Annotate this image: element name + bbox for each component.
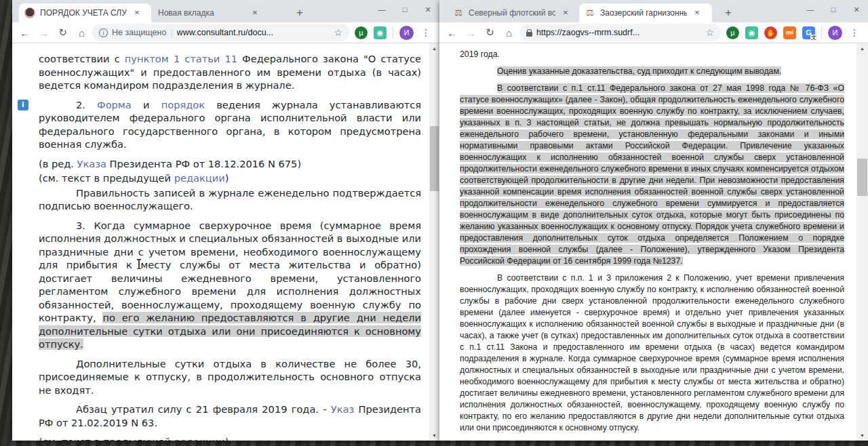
scroll-up-icon[interactable]: ▲ <box>429 43 439 54</box>
inline-link[interactable]: редакции <box>174 436 225 441</box>
scroll-down-icon[interactable]: ▼ <box>856 430 868 441</box>
browser-toolbar: ← → ↻ ⌂ i Не защищено | www.consultant.r… <box>12 22 439 43</box>
court-favicon: ⚖ <box>453 7 464 18</box>
document-content: соответствии с пунктом 1 статьи 11 Федер… <box>12 43 429 441</box>
mi-extension-icon[interactable]: mi <box>783 26 796 39</box>
paragraph: Оценив указанные доказательства, суд при… <box>460 66 844 77</box>
home-icon[interactable]: ⌂ <box>500 27 517 39</box>
text-segment: и <box>132 99 161 110</box>
inline-link[interactable]: Указ <box>331 403 354 415</box>
close-icon[interactable]: ✕ <box>416 2 439 17</box>
maximize-icon[interactable]: □ <box>822 2 845 17</box>
text-segment: 2019 года. <box>460 49 500 59</box>
paragraph: (см. текст в предыдущей редакции) <box>39 171 421 185</box>
tab-severny-flotsky[interactable]: ⚖ Северный флотский вое ✕ <box>448 3 578 22</box>
close-tab-icon[interactable]: ✕ <box>250 7 260 18</box>
back-icon[interactable]: ← <box>16 27 33 39</box>
address-bar[interactable]: i Не защищено | www.consultant.ru/docu..… <box>92 24 349 41</box>
minimize-icon[interactable]: — <box>370 2 393 17</box>
home-icon[interactable]: ⌂ <box>73 27 90 39</box>
back-icon[interactable]: ← <box>443 27 460 39</box>
paragraph: соответствии с пунктом 1 статьи 11 Федер… <box>39 52 421 92</box>
text-segment: (см. текст в предыдущей <box>39 436 174 441</box>
reload-icon[interactable]: ↻ <box>481 26 498 39</box>
webcam-extension-icon[interactable]: ◉ <box>374 26 387 39</box>
tab-zaozersky[interactable]: ⚖ Заозерский гарнизонны ✕ <box>579 3 712 22</box>
paragraph: 2019 года. <box>460 49 844 60</box>
scrollbar-thumb[interactable] <box>857 159 867 196</box>
utorrent-extension-icon[interactable]: µ <box>726 26 739 39</box>
info-icon[interactable]: i <box>99 28 108 37</box>
consultant-favicon <box>24 7 35 18</box>
text-segment: Дополнительные сутки отдыха в количестве… <box>39 358 421 396</box>
tab-title: Северный флотский вое <box>469 8 555 18</box>
utorrent-extension-icon[interactable]: µ <box>355 26 368 39</box>
text-segment: Президента РФ от 18.12.2016 N 675) <box>106 158 301 169</box>
text-segment: (см. текст в предыдущей <box>39 172 174 184</box>
url-text: www.consultant.ru/docu... <box>177 28 330 37</box>
text-cursor <box>138 259 140 269</box>
webcam-extension-icon[interactable]: ◉ <box>745 26 758 39</box>
forward-icon[interactable]: → <box>35 27 52 39</box>
close-icon[interactable]: ✕ <box>845 2 868 17</box>
url-separator: | <box>170 28 172 37</box>
adblock-hand-extension-icon[interactable]: ✋ <box>764 26 777 39</box>
text-segment: 2. <box>76 99 97 110</box>
paragraph: В соответствии с п.1 ст.11 Федерального … <box>460 83 844 267</box>
bookmark-star-icon[interactable]: ☆ <box>705 27 714 38</box>
forward-icon[interactable]: → <box>462 27 479 39</box>
paragraph: (в ред. Указа Президента РФ от 18.12.201… <box>39 157 421 171</box>
tab-title: ПОРЯДОК УЧЕТА СЛУЖЕ <box>40 8 127 18</box>
close-tab-icon[interactable]: ✕ <box>692 7 703 18</box>
scroll-down-icon[interactable]: ▼ <box>429 430 439 441</box>
paragraph: В соответствии с п.п. 1 и 3 приложения 2… <box>460 272 844 434</box>
info-icon[interactable]: i <box>18 100 28 110</box>
text-segment: (в ред. <box>39 158 77 169</box>
inline-link[interactable]: Форма <box>97 99 132 110</box>
profile-avatar[interactable]: И <box>828 26 842 40</box>
browser-window-sudrf: ⚖ Северный флотский вое ✕ ⚖ Заозерский г… <box>439 0 868 441</box>
tab-new-tab[interactable]: Новая вкладка ✕ <box>153 3 285 22</box>
profile-avatar[interactable]: И <box>399 26 414 40</box>
tab-strip: ПОРЯДОК УЧЕТА СЛУЖЕ ✕ Новая вкладка ✕ + … <box>12 0 439 22</box>
close-tab-icon[interactable]: ✕ <box>132 7 142 18</box>
url-text: https://zaogvs--mrm.sudrf... <box>536 28 701 37</box>
bookmark-star-icon[interactable]: ☆ <box>334 27 342 38</box>
new-tab-button[interactable]: + <box>292 5 308 22</box>
toolbar-divider <box>393 26 393 39</box>
minimize-icon[interactable]: — <box>799 2 822 17</box>
address-bar[interactable]: https://zaogvs--mrm.sudrf... ☆ <box>519 24 721 41</box>
browser-menu-icon[interactable]: ⋮ <box>848 27 861 38</box>
tab-strip: ⚖ Северный флотский вое ✕ ⚖ Заозерский г… <box>439 0 868 22</box>
translate-char-glyph: 文 <box>810 35 817 41</box>
new-tab-button[interactable]: + <box>720 5 736 22</box>
inline-link[interactable]: редакции <box>174 172 225 184</box>
paragraph: (см. текст в предыдущей редакции) <box>39 435 421 441</box>
security-label: Не защищено <box>112 28 166 37</box>
paragraph: Абзац утратил силу с 21 февраля 2019 год… <box>39 403 421 429</box>
court-favicon: ⚖ <box>585 7 595 18</box>
inline-link[interactable]: Указа <box>77 158 106 169</box>
browser-toolbar: ← → ↻ ⌂ https://zaogvs--mrm.sudrf... ☆ µ… <box>439 22 868 43</box>
reload-icon[interactable]: ↻ <box>54 26 71 39</box>
maximize-icon[interactable]: □ <box>393 2 416 17</box>
close-tab-icon[interactable]: ✕ <box>560 7 571 18</box>
text-segment: В соответствии с п.п. 1 и 3 приложения 2… <box>460 273 844 432</box>
court-decision-content: 2019 года.Оценив указанные доказательств… <box>439 43 856 441</box>
tab-poryadok-ucheta[interactable]: ПОРЯДОК УЧЕТА СЛУЖЕ ✕ <box>19 3 151 22</box>
scroll-up-icon[interactable]: ▲ <box>856 43 868 54</box>
text-segment: Таким образом, законодательно не предусм… <box>460 440 844 441</box>
google-translate-extension-icon[interactable]: G文 <box>802 26 815 39</box>
scrollbar[interactable]: ▲ ▼ <box>429 43 439 441</box>
extensions-row: µ ◉ ✋ mi G文 И ⋮ <box>723 26 864 40</box>
browser-menu-icon[interactable]: ⋮ <box>420 27 432 38</box>
inline-link[interactable]: пунктом 1 статьи 11 <box>125 53 237 64</box>
inline-link[interactable]: порядок <box>161 99 205 110</box>
tab-title: Заозерский гарнизонны <box>600 8 687 18</box>
paragraph: 3. Когда суммарное сверхурочное время (с… <box>39 219 421 351</box>
text-segment: ) <box>225 436 229 441</box>
scrollbar[interactable]: ▲ ▼ <box>856 43 868 441</box>
scrollbar-thumb[interactable] <box>430 126 439 191</box>
text-segment: ) <box>225 172 229 184</box>
text-segment: Абзац утратил силу с 21 февраля 2019 год… <box>76 403 331 415</box>
